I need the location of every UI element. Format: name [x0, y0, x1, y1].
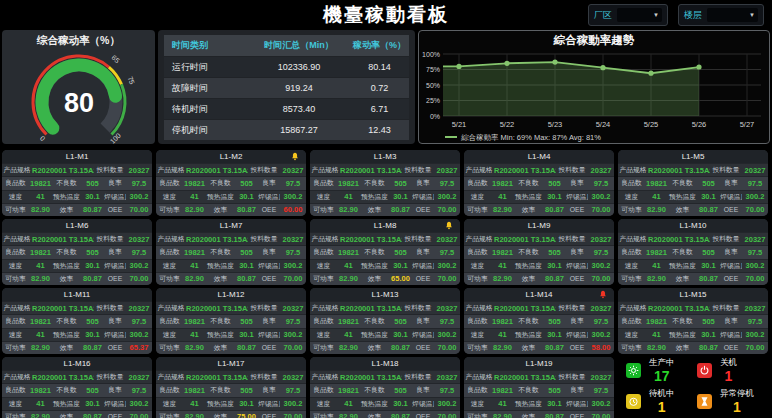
- oee-label: OEE: [258, 206, 280, 213]
- solder-temp-value: 300.2: [126, 192, 152, 201]
- machine-id: L1-M14: [525, 290, 552, 299]
- efficiency-label: 效率: [668, 274, 697, 284]
- efficiency-value: 65.00: [389, 274, 412, 283]
- machine-id: L1-M15: [679, 290, 706, 299]
- card-row-spec: 产品规格 R2020001 T3.15A250V 投料数量 20327: [2, 301, 152, 314]
- filter-floor[interactable]: 楼层 ▼: [678, 4, 764, 26]
- machine-card: L1-M6 产品规格 R2020001 T3.15A250V 投料数量 2032…: [2, 219, 152, 285]
- good-count-label: 良品数: [310, 178, 337, 188]
- card-row-process: 速度 41 预热温度 30.1 焊锡温度 300.2: [2, 328, 152, 341]
- card-row-performance: 可动率 82.90 效率 80.87 OEE 70.00: [2, 410, 152, 418]
- card-row-spec: 产品规格 R2020001 T3.15A250V 投料数量 20327: [310, 232, 460, 245]
- defect-count-value: 505: [543, 248, 566, 257]
- spec-label: 产品规格: [310, 165, 340, 175]
- cell-rate: 6.71: [350, 104, 409, 114]
- feed-qty-label: 投料数量: [402, 372, 434, 382]
- card-row-quality: 良品数 19821 不良数 505 良率 97.5: [618, 314, 768, 327]
- solder-temp-value: 300.2: [434, 192, 460, 201]
- chevron-down-icon: ▼: [749, 12, 755, 18]
- card-row-process: 速度 41 预热温度 30.1 焊锡温度 300.2: [618, 190, 768, 203]
- good-count-label: 良品数: [618, 247, 645, 257]
- speed-label: 速度: [2, 192, 29, 202]
- machine-id: L1-M13: [371, 290, 398, 299]
- efficiency-label: 效率: [52, 343, 81, 353]
- feed-qty-label: 投料数量: [710, 234, 742, 244]
- spec-value: R2020001 T3.15A250V: [32, 373, 94, 382]
- filter-floor-select[interactable]: ▼: [707, 8, 758, 22]
- card-row-process: 速度 41 预热温度 30.1 焊锡温度 300.2: [464, 259, 614, 272]
- speed-value: 41: [183, 399, 206, 408]
- feed-qty-value: 20327: [434, 373, 460, 382]
- spec-label: 产品规格: [464, 372, 494, 382]
- machine-id: L1-M11: [64, 290, 91, 299]
- card-row-quality: 良品数 19821 不良数 505 良率 97.5: [310, 383, 460, 396]
- movable-rate-label: 可动率: [464, 205, 491, 215]
- movable-rate-label: 可动率: [310, 343, 337, 353]
- feed-qty-value: 20327: [742, 235, 768, 244]
- yield-value: 97.5: [434, 386, 460, 395]
- filter-factory-select[interactable]: ▼: [617, 8, 662, 22]
- gear-icon: [626, 363, 641, 378]
- status-label: 待机中: [649, 389, 675, 398]
- yield-value: 97.5: [742, 179, 768, 188]
- defect-count-value: 505: [235, 317, 258, 326]
- feed-qty-label: 投料数量: [94, 372, 126, 382]
- card-row-quality: 良品数 19821 不良数 505 良率 97.5: [310, 245, 460, 258]
- spec-value: R2020001 T3.15A250V: [494, 166, 556, 175]
- card-row-spec: 产品规格 R2020001 T3.15A250V 投料数量 20327: [618, 301, 768, 314]
- preheat-temp-label: 预热温度: [206, 399, 235, 409]
- machine-card: L1-M5 产品规格 R2020001 T3.15A250V 投料数量 2032…: [618, 150, 768, 216]
- standby-icon: [626, 394, 641, 409]
- defect-count-label: 不良数: [668, 247, 697, 257]
- good-count-value: 19821: [337, 317, 360, 326]
- yield-label: 良率: [258, 385, 280, 395]
- status-label: 关机: [720, 358, 737, 367]
- feed-qty-label: 投料数量: [556, 234, 588, 244]
- machine-card-header: L1-M4: [464, 150, 614, 163]
- speed-value: 41: [491, 330, 514, 339]
- efficiency-label: 效率: [360, 412, 389, 418]
- oee-label: OEE: [566, 344, 588, 351]
- yield-value: 97.5: [126, 248, 152, 257]
- solder-temp-value: 300.2: [588, 330, 614, 339]
- card-row-performance: 可动率 82.90 效率 80.87 OEE 70.00: [156, 341, 306, 354]
- good-count-label: 良品数: [310, 385, 337, 395]
- oee-label: OEE: [566, 206, 588, 213]
- machine-id: L1-M12: [217, 290, 244, 299]
- machine-card: L1-M1 产品规格 R2020001 T3.15A250V 投料数量 2032…: [2, 150, 152, 216]
- cell-category: 待机时间: [164, 103, 248, 116]
- efficiency-label: 效率: [360, 205, 389, 215]
- defect-count-label: 不良数: [206, 316, 235, 326]
- card-row-performance: 可动率 82.90 效率 80.87 OEE 70.00: [618, 272, 768, 285]
- utilization-trend-panel: 綜合稼動率趨勢 0%25%50%75%100%5/215/225/235/245…: [418, 30, 770, 144]
- good-count-label: 良品数: [310, 247, 337, 257]
- efficiency-label: 效率: [360, 274, 389, 284]
- cell-rate: 0.72: [350, 83, 409, 93]
- good-count-value: 19821: [491, 179, 514, 188]
- feed-qty-label: 投料数量: [556, 372, 588, 382]
- card-row-quality: 良品数 19821 不良数 505 良率 97.5: [464, 176, 614, 189]
- filter-factory[interactable]: 厂区 ▼: [588, 4, 668, 26]
- spec-value: R2020001 T3.15A250V: [648, 304, 710, 313]
- card-row-spec: 产品规格 R2020001 T3.15A250V 投料数量 20327: [310, 163, 460, 176]
- machine-card: L1-M8 产品规格 R2020001 T3.15A250V 投料数量 2032…: [310, 219, 460, 285]
- efficiency-value: 80.87: [389, 205, 412, 214]
- card-row-quality: 良品数 19821 不良数 505 良率 97.5: [464, 245, 614, 258]
- solder-temp-label: 焊锡温度: [104, 192, 126, 202]
- card-row-quality: 良品数 19821 不良数 505 良率 97.5: [464, 314, 614, 327]
- feed-qty-value: 20327: [742, 304, 768, 313]
- feed-qty-label: 投料数量: [94, 165, 126, 175]
- good-count-label: 良品数: [2, 178, 29, 188]
- card-row-process: 速度 41 预热温度 30.1 焊锡温度 300.2: [464, 397, 614, 410]
- oee-value: 70.00: [126, 205, 152, 214]
- yield-value: 97.5: [280, 248, 306, 257]
- efficiency-label: 效率: [514, 274, 543, 284]
- card-row-process: 速度 41 预热温度 30.1 焊锡温度 300.2: [310, 190, 460, 203]
- feed-qty-label: 投料数量: [248, 234, 280, 244]
- preheat-temp-label: 预热温度: [360, 330, 389, 340]
- solder-temp-label: 焊锡温度: [566, 330, 588, 340]
- defect-count-value: 505: [389, 386, 412, 395]
- solder-temp-value: 300.2: [742, 192, 768, 201]
- solder-temp-value: 300.2: [126, 399, 152, 408]
- spec-label: 产品规格: [156, 303, 186, 313]
